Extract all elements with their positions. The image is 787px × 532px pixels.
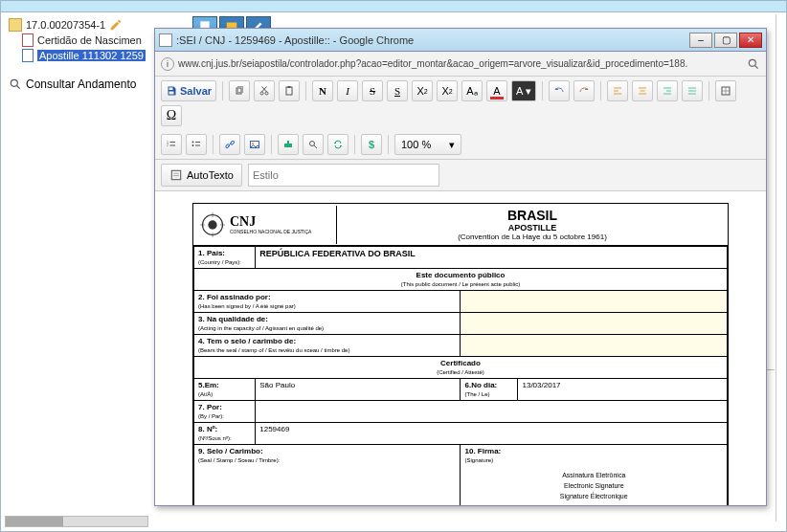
image-button[interactable] (244, 134, 265, 155)
folder-icon (9, 18, 22, 32)
maximize-button[interactable]: ▢ (714, 33, 737, 48)
f8-sub: (Nº/Sous nº): (198, 435, 232, 441)
svg-line-5 (755, 65, 758, 68)
f1-sub: (Country / Pays): (198, 259, 241, 265)
tree-scrollbar[interactable] (5, 516, 148, 527)
f2-label: 2. Foi assinado por: (198, 293, 271, 301)
svg-point-49 (208, 220, 216, 229)
bold-button[interactable]: N (312, 80, 333, 101)
superscript-button[interactable]: X2 (437, 80, 458, 101)
svg-point-4 (749, 59, 755, 66)
svg-point-8 (260, 92, 263, 95)
f1-value: REPÚBLICA FEDERATIVA DO BRASIL (259, 249, 416, 258)
address-bar[interactable]: i www.cnj.jus.br/seiapostila/controlador… (155, 52, 766, 77)
f7-sub: (By / Par): (198, 413, 224, 419)
svg-rect-37 (225, 144, 230, 148)
svg-text:2: 2 (167, 144, 169, 147)
text-color-button[interactable]: A (486, 80, 507, 101)
header-country: BRASIL (341, 208, 724, 223)
svg-rect-12 (286, 87, 292, 95)
site-info-icon[interactable]: i (161, 57, 174, 71)
table-button[interactable] (715, 80, 736, 101)
special-char-button[interactable]: Ω (161, 105, 182, 126)
minimize-button[interactable]: – (689, 33, 712, 48)
cut-button[interactable] (254, 80, 275, 101)
pdf-icon (22, 33, 34, 47)
paste-button[interactable] (279, 80, 300, 101)
public-doc-title: Este documento público (416, 271, 506, 279)
svg-point-40 (252, 143, 254, 144)
align-center-button[interactable] (632, 80, 653, 101)
case-button[interactable]: Aₐ (461, 80, 483, 101)
tree-doc1-link[interactable]: Certidão de Nascimen (37, 34, 142, 46)
popup-title: :SEI / CNJ - 1259469 - Apostille:: - Goo… (176, 34, 414, 46)
align-right-button[interactable] (657, 80, 678, 101)
f10-sub: (Signature) (464, 457, 493, 463)
svg-rect-42 (287, 141, 289, 144)
header-convention: (Convention de La Haye du 5 octobre 1961… (341, 233, 724, 241)
apostille-document: CNJ CONSELHO NACIONAL DE JUSTIÇA BRASIL … (192, 203, 729, 505)
f7-label: 7. Por: (198, 403, 222, 411)
underline-button[interactable]: S (387, 80, 408, 101)
tree-doc2-row[interactable]: Apostille 111302 1259 (9, 49, 162, 62)
zoom-select[interactable]: 100 %▾ (394, 134, 461, 155)
popup-titlebar[interactable]: :SEI / CNJ - 1259469 - Apostille:: - Goo… (155, 29, 766, 52)
f3-label: 3. Na qualidade de: (198, 315, 268, 323)
cert-title: Certificado (440, 359, 481, 367)
num-list-button[interactable]: 12 (161, 134, 182, 155)
svg-point-0 (11, 79, 17, 86)
svg-rect-38 (230, 141, 235, 145)
f2-input[interactable] (461, 291, 728, 313)
strike-button[interactable]: S (362, 80, 383, 101)
subscript-button[interactable]: X2 (412, 80, 433, 101)
apostille-form: 1. País:(Country / Pays): REPÚBLICA FEDE… (193, 246, 728, 505)
sei-app-icon (159, 33, 172, 47)
svg-rect-7 (238, 87, 243, 93)
bullet-list-button[interactable] (186, 134, 207, 155)
undo-button[interactable] (549, 80, 570, 101)
zoom-icon[interactable] (747, 57, 760, 71)
redo-button[interactable] (573, 80, 595, 101)
autotext-button[interactable]: AutoTexto (161, 164, 242, 187)
save-icon (166, 85, 177, 97)
align-justify-button[interactable] (682, 80, 703, 101)
tree-doc2-link[interactable]: Apostille 111302 1259 (37, 50, 146, 61)
tree-process-link[interactable]: 17.0.00207354-1 (26, 19, 105, 31)
replace-button[interactable] (327, 134, 349, 155)
copy-button[interactable] (229, 80, 250, 101)
close-button[interactable]: ✕ (739, 33, 762, 48)
public-doc-sub: (This public document / Le présent acte … (401, 281, 520, 287)
link-button[interactable] (219, 134, 240, 155)
save-button[interactable]: Salvar (161, 80, 216, 101)
autotext-label: AutoTexto (187, 169, 234, 181)
find-button[interactable] (303, 134, 324, 155)
doc-icon (22, 49, 34, 62)
editor-toolbar: Salvar N I S S X2 X2 Aₐ A A ▾ Ω 12 (155, 77, 766, 160)
anchor-button[interactable] (278, 134, 299, 155)
svg-point-33 (192, 142, 194, 144)
f3-input[interactable] (461, 313, 728, 335)
sig-line-3: Signature Électronique (464, 491, 723, 501)
bg-color-button[interactable]: A ▾ (511, 80, 536, 101)
italic-button[interactable]: I (337, 80, 358, 101)
f2-sub: (Has been signed by / A été signé par) (198, 303, 296, 309)
f8-label: 8. Nº: (198, 425, 217, 433)
autotext-icon (169, 168, 183, 182)
f3-sub: (Acting in the capacity of / Agissant en… (198, 325, 324, 331)
svg-line-44 (314, 145, 317, 148)
tree-process-row[interactable]: 17.0.00207354-1 (9, 18, 162, 32)
tree-doc1-row[interactable]: Certidão de Nascimen (9, 33, 162, 47)
svg-point-43 (310, 142, 315, 146)
currency-button[interactable]: $ (361, 134, 382, 155)
consult-andamento-link[interactable]: Consultar Andamento (9, 78, 136, 91)
cert-sub: (Certified / Attesté) (437, 369, 484, 375)
editor-canvas[interactable]: CNJ CONSELHO NACIONAL DE JUSTIÇA BRASIL … (155, 191, 766, 505)
style-select[interactable] (248, 164, 439, 187)
f5-sub: (At/À) (198, 391, 213, 397)
f5-label: 5.Em: (198, 381, 219, 389)
f6-sub: (The / Le) (464, 391, 489, 397)
header-apostille: APOSTILLE (341, 223, 724, 233)
align-left-button[interactable] (607, 80, 628, 101)
cnj-logo: CNJ (230, 214, 311, 230)
f4-input[interactable] (461, 335, 728, 357)
